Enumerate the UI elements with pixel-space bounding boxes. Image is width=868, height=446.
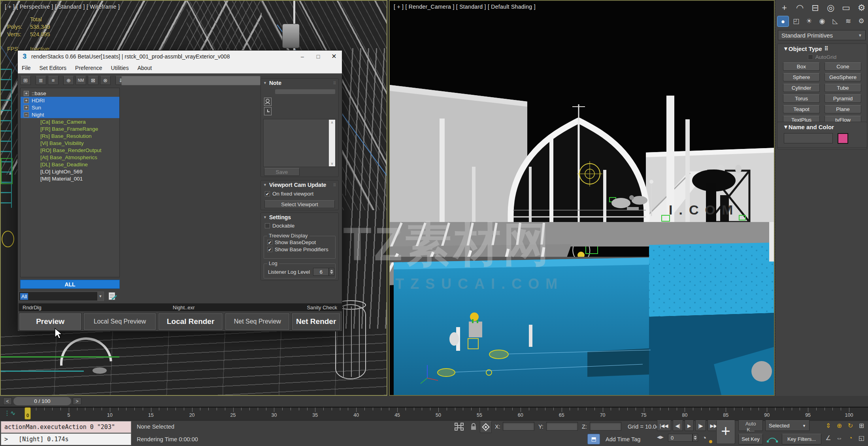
scroll-down-icon[interactable]: ∨ xyxy=(331,162,334,166)
current-frame-value[interactable]: 0 xyxy=(668,434,693,442)
set-key-button[interactable]: Set Key xyxy=(738,434,763,444)
sanity-check-label[interactable]: Sanity Check xyxy=(307,305,337,311)
scrollbar[interactable]: ∧∨ xyxy=(329,120,335,166)
timeline-ruler[interactable]: 0510152025303540455055606570758085909510… xyxy=(0,407,868,420)
tree-item[interactable]: [LO] LightOn_569 xyxy=(21,168,119,175)
display-icon[interactable]: ▭ xyxy=(840,2,853,14)
go-to-start-icon[interactable]: |◀◀ xyxy=(657,420,671,431)
collapse-tree-icon[interactable]: ≡ xyxy=(48,76,58,85)
cameras-icon[interactable]: ◉ xyxy=(816,16,828,27)
add-set-icon[interactable]: ⊞ xyxy=(20,76,31,85)
edit-list-icon[interactable] xyxy=(107,291,118,302)
key-filters-button[interactable]: Key Filters... xyxy=(782,434,821,444)
menu-preference[interactable]: Preference xyxy=(75,65,102,71)
chevron-down-icon[interactable]: ▼ xyxy=(97,292,104,301)
spacewarps-icon[interactable]: ≋ xyxy=(842,16,854,27)
create-icon[interactable]: + xyxy=(778,2,791,14)
name-color-header[interactable]: ▼ Name and Color xyxy=(777,122,867,132)
z-coordinate-field[interactable] xyxy=(590,422,621,431)
net-render-button[interactable]: Net Render xyxy=(292,313,340,330)
collapse-icon[interactable]: − xyxy=(24,112,29,117)
maximize-button[interactable]: □ xyxy=(310,51,326,62)
time-configuration-icon[interactable]: ◔ xyxy=(702,434,712,444)
create-teapot-button[interactable]: Teapot xyxy=(783,105,820,113)
rndrdlg-label[interactable]: RndrDlg xyxy=(23,305,42,311)
prev-frame-button[interactable]: < xyxy=(3,397,12,405)
tree-item[interactable]: [DL] Base_Deadline xyxy=(21,161,119,168)
tree-item[interactable]: [At] Base_Atmospherics xyxy=(21,154,119,161)
tree-item[interactable]: [Rs] Base_Resolution xyxy=(21,132,119,139)
show-pmodifiers-checkbox[interactable]: ✔ xyxy=(267,247,272,252)
log-level-value[interactable]: 6 xyxy=(313,268,329,276)
add-time-tag-label[interactable]: Add Time Tag xyxy=(606,436,640,442)
tree-item[interactable]: [FR] Base_FrameRange xyxy=(21,125,119,132)
on-fixed-viewport-checkbox[interactable]: ✔ xyxy=(265,191,270,196)
expand-icon[interactable]: + xyxy=(24,91,29,96)
isolate-selection-icon[interactable] xyxy=(455,423,464,431)
spinner-arrows[interactable] xyxy=(693,434,698,442)
mini-curve-editor-icon[interactable]: ⋮∿ xyxy=(4,409,15,417)
object-type-header[interactable]: ▼ Object Type ⠿ xyxy=(777,44,867,53)
time-slider[interactable]: 0 xyxy=(25,407,31,420)
tree-item[interactable]: [Vi] Base_Visibility xyxy=(21,139,119,147)
dialog-titlebar[interactable]: 3 renderStacks 0.66 BetaUser[1seats] | r… xyxy=(18,51,342,62)
maxscript-listener-line2[interactable]: > [Night] 0.174s xyxy=(1,433,131,445)
save-note-button[interactable]: Save xyxy=(264,168,300,176)
shapes-icon[interactable]: ◰ xyxy=(790,16,802,27)
tree-item[interactable]: [Ca] Base_Camera xyxy=(21,118,119,125)
geometry-icon[interactable]: ● xyxy=(777,16,789,27)
modify-icon[interactable]: ◠ xyxy=(793,2,806,14)
note-camera-icon[interactable] xyxy=(264,98,272,106)
all-button[interactable]: ALL xyxy=(20,280,120,289)
zoom-region-icon[interactable]: ⊞ xyxy=(856,420,867,431)
key-selection-dropdown[interactable]: Selected ▼ xyxy=(765,420,810,431)
maxscript-listener-line1[interactable]: actionMan.executeAction 0 "203" xyxy=(1,421,131,433)
lights-icon[interactable]: ☀ xyxy=(803,16,815,27)
rename-icon[interactable]: NM xyxy=(75,76,86,85)
object-name-field[interactable] xyxy=(784,133,833,143)
create-plane-button[interactable]: Plane xyxy=(825,105,861,113)
dockable-checkbox[interactable] xyxy=(265,223,270,228)
key-mode-icon[interactable] xyxy=(766,435,779,444)
zoom-all-icon[interactable]: ⊕ xyxy=(834,420,845,431)
spinner-arrows[interactable] xyxy=(329,268,334,276)
autogrid-checkbox[interactable] xyxy=(808,55,813,60)
orbit-icon[interactable]: ◔ xyxy=(845,433,856,443)
create-pyramid-button[interactable]: Pyramid xyxy=(825,94,861,103)
motion-icon[interactable]: ◎ xyxy=(824,2,837,14)
set-keys-button[interactable]: + xyxy=(716,420,735,444)
delete-icon[interactable]: ⊠ xyxy=(88,76,98,85)
tree-item[interactable]: [Mtl] Material_001 xyxy=(21,175,119,182)
note-textarea[interactable]: ∧∨ xyxy=(263,119,336,167)
scroll-up-icon[interactable]: ∧ xyxy=(331,120,334,124)
close-button[interactable]: ✕ xyxy=(326,51,342,62)
tree-item[interactable]: −Night xyxy=(21,111,119,118)
local-render-button[interactable]: Local Render xyxy=(159,313,223,330)
create-box-button[interactable]: Box xyxy=(783,62,820,71)
category-dropdown[interactable]: Standard Primitives ▼ xyxy=(778,30,866,40)
add-time-tag-icon[interactable]: ⬒ xyxy=(587,434,600,444)
current-frame-spinner[interactable]: 0 xyxy=(668,434,698,442)
auto-key-button[interactable]: Auto K... xyxy=(738,420,763,431)
create-tube-button[interactable]: Tube xyxy=(825,84,861,92)
select-viewport-button[interactable]: Select Viewport xyxy=(264,200,335,208)
fov-icon[interactable]: ∠ xyxy=(823,433,834,443)
color-swatch[interactable] xyxy=(838,133,848,144)
viewport-render-camera[interactable]: [ + ] [ Render_Camera ] [ Standard ] [ D… xyxy=(389,0,775,396)
viewport-label-right[interactable]: [ + ] [ Render_Camera ] [ Standard ] [ D… xyxy=(394,4,536,10)
transform-gizmo-icon[interactable] xyxy=(480,421,492,433)
systems-icon[interactable]: ⚙ xyxy=(855,16,867,27)
net-seq-preview-button[interactable]: Net Seq Preview xyxy=(225,313,289,330)
zoom-extents-icon[interactable]: ↻ xyxy=(845,420,856,431)
helpers-icon[interactable]: ◺ xyxy=(829,16,841,27)
next-frame-icon[interactable]: |▶ xyxy=(695,420,706,431)
tree-item[interactable]: +Sun xyxy=(21,104,119,111)
tree-item[interactable]: [RO] Base_RenderOutput xyxy=(21,147,119,154)
zoom-icon[interactable]: ⇕ xyxy=(823,420,834,431)
log-level-spinner[interactable]: 6 xyxy=(313,268,334,276)
note-title-input[interactable] xyxy=(275,89,335,94)
expand-icon[interactable]: + xyxy=(24,105,29,110)
viewport-label-left[interactable]: [ + ] [ Perspective ] [ Standard ] [ Wir… xyxy=(5,4,120,10)
create-geosphere-button[interactable]: GeoSphere xyxy=(825,73,861,81)
local-seq-preview-button[interactable]: Local Seq Preview xyxy=(84,313,156,330)
